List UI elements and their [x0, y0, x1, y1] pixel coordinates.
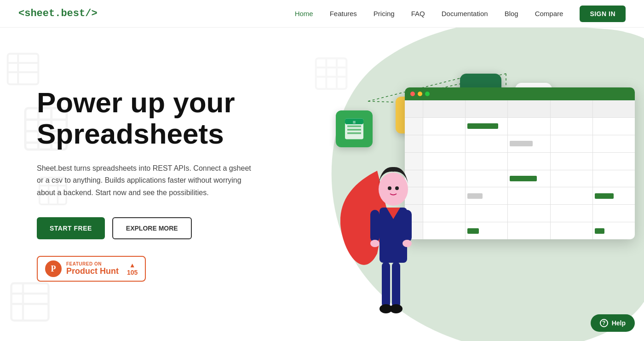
product-hunt-logo: P [45, 260, 62, 277]
svg-point-48 [370, 240, 380, 247]
window-dot-green [425, 92, 430, 96]
sheet-cell [466, 222, 508, 239]
svg-rect-46 [370, 210, 380, 242]
sheet-cell [551, 222, 593, 239]
explore-more-button[interactable]: EXPLORE MORE [112, 217, 192, 239]
sheet-cell [593, 153, 635, 170]
sheet-cell [508, 118, 550, 135]
sheet-cell [508, 135, 550, 152]
navbar: <sheet.best/> Home Features Pricing FAQ … [0, 0, 644, 28]
sheet-cell [466, 135, 508, 152]
help-circle-icon: ? [600, 319, 608, 327]
hero-description: Sheet.best turns spreadsheets into REST … [37, 162, 258, 199]
sheet-cell [508, 205, 550, 222]
svg-point-53 [390, 304, 402, 313]
sign-in-button[interactable]: SIGN IN [580, 6, 626, 22]
sheet-cell [466, 118, 508, 135]
sheet-cell [551, 153, 593, 170]
sheet-titlebar [405, 87, 635, 100]
nav-features[interactable]: Features [330, 10, 357, 17]
hero-right: ≡ X [285, 28, 644, 341]
product-hunt-votes: ▲ 105 [127, 261, 138, 276]
sheet-cell [551, 205, 593, 222]
sheet-cell [508, 100, 550, 117]
sheet-cell [405, 100, 423, 117]
window-dot-yellow [418, 92, 422, 96]
sheet-cell [551, 170, 593, 187]
superhero-figure [340, 116, 442, 341]
svg-point-54 [379, 173, 408, 206]
help-button[interactable]: ? Help [591, 314, 635, 332]
hero-title: Power up your Spreadsheets [37, 87, 267, 150]
sheet-cell [593, 205, 635, 222]
product-hunt-badge[interactable]: P FEATURED ON Product Hunt ▲ 105 [37, 256, 146, 282]
sheet-cell [551, 135, 593, 152]
sheet-cell [508, 153, 550, 170]
sheet-cell [551, 187, 593, 204]
nav-documentation[interactable]: Documentation [442, 10, 488, 17]
sheet-cell [551, 100, 593, 117]
product-hunt-text: FEATURED ON Product Hunt [66, 261, 119, 276]
nav-compare[interactable]: Compare [535, 10, 564, 17]
nav-home[interactable]: Home [295, 10, 313, 17]
svg-rect-50 [382, 262, 390, 308]
sheet-cell [593, 222, 635, 239]
svg-point-55 [388, 186, 391, 190]
sheet-cell [593, 187, 635, 204]
svg-rect-51 [392, 262, 400, 308]
nav-faq[interactable]: FAQ [411, 10, 425, 17]
sheet-cell [593, 100, 635, 117]
sheet-cell [466, 100, 508, 117]
nav-blog[interactable]: Blog [505, 10, 518, 17]
sheet-cell [466, 153, 508, 170]
hero-buttons: START FREE EXPLORE MORE [37, 217, 267, 239]
hero-section: Power up your Spreadsheets Sheet.best tu… [0, 28, 644, 341]
sheet-cell [593, 135, 635, 152]
sheet-cell [466, 170, 508, 187]
svg-point-49 [402, 240, 412, 247]
sheet-cell [466, 205, 508, 222]
sheet-cell [423, 100, 466, 117]
nav-links: Home Features Pricing FAQ Documentation … [295, 6, 626, 22]
sheet-cell [551, 118, 593, 135]
sheet-cell [508, 222, 550, 239]
svg-point-56 [395, 186, 399, 190]
sheet-cell [466, 187, 508, 204]
window-dot-red [410, 92, 415, 96]
sheet-cell [508, 187, 550, 204]
svg-rect-47 [402, 210, 412, 242]
logo[interactable]: <sheet.best/> [18, 8, 98, 19]
sheet-cell [593, 118, 635, 135]
hero-left: Power up your Spreadsheets Sheet.best tu… [0, 59, 294, 310]
nav-pricing[interactable]: Pricing [374, 10, 395, 17]
start-free-button[interactable]: START FREE [37, 217, 105, 239]
sheet-cell [593, 170, 635, 187]
sheet-cell [508, 170, 550, 187]
